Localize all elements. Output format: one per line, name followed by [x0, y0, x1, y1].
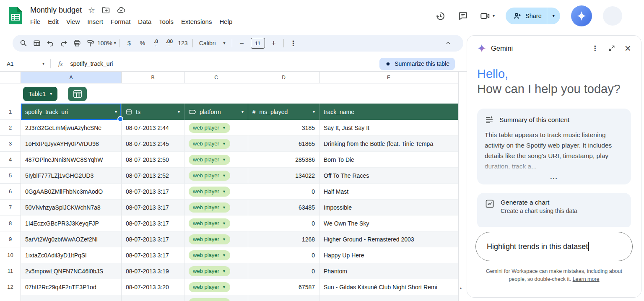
- cell-platform[interactable]: web player▼: [184, 279, 248, 295]
- cell-spotify-track-uri[interactable]: 5arVt2Wg0zbiWwAOZef2Nl: [21, 231, 122, 247]
- cell-spotify-track-uri[interactable]: 1ixtaZc0Adil3yD1ItPqSl: [21, 247, 122, 263]
- redo-button[interactable]: [57, 36, 70, 50]
- cell-ts[interactable]: [122, 295, 184, 301]
- row-number[interactable]: 8: [0, 215, 21, 231]
- cell-track-name[interactable]: Drinking from the Bottle (feat. Tinie Te…: [319, 136, 458, 152]
- summary-card[interactable]: Summary of this content This table appea…: [477, 109, 631, 184]
- header-cell-platform[interactable]: platform ▾: [184, 104, 248, 120]
- cell-ms-played[interactable]: 0: [248, 215, 319, 231]
- print-button[interactable]: [70, 36, 84, 50]
- cell-platform[interactable]: web player▼: [184, 184, 248, 200]
- column-letter-d[interactable]: D: [248, 72, 319, 83]
- cloud-save-status-icon[interactable]: [117, 5, 126, 15]
- increase-decimal-button[interactable]: .00→: [163, 36, 176, 50]
- cell-track-name[interactable]: Half Mast: [319, 184, 458, 200]
- increase-font-size-button[interactable]: +: [267, 36, 280, 50]
- menu-edit[interactable]: Edit: [44, 17, 62, 26]
- comments-button[interactable]: [457, 10, 469, 22]
- row-number[interactable]: 13: [0, 295, 21, 301]
- chevron-down-icon[interactable]: ▾: [178, 109, 180, 114]
- menu-format[interactable]: Format: [107, 17, 135, 26]
- cell-track-name[interactable]: We Own The Sky: [319, 215, 458, 231]
- formula-input[interactable]: spotify_track_uri: [70, 60, 113, 67]
- share-options-caret[interactable]: ▾: [547, 8, 560, 24]
- cell-ts[interactable]: 08-07-2013 3:17: [122, 231, 184, 247]
- summarize-table-button[interactable]: Summarize this table: [379, 58, 455, 70]
- cell-platform[interactable]: web player▼: [184, 120, 248, 136]
- cell-ts[interactable]: 08-07-2013 2:45: [122, 136, 184, 152]
- chevron-down-icon[interactable]: ▾: [115, 109, 117, 114]
- decrease-font-size-button[interactable]: −: [235, 36, 249, 50]
- document-title[interactable]: Monthly budget: [30, 6, 82, 15]
- row-number[interactable]: 3: [0, 136, 21, 152]
- row-number[interactable]: 9: [0, 231, 21, 247]
- platform-chip[interactable]: web player▼: [189, 218, 230, 228]
- cell-spotify-track-uri[interactable]: [21, 295, 122, 301]
- selection-handle[interactable]: [117, 116, 123, 122]
- cell-track-name[interactable]: Born To Die: [319, 152, 458, 168]
- platform-chip[interactable]: web player▼: [189, 155, 230, 165]
- cell-platform[interactable]: web player▼: [184, 263, 248, 279]
- chevron-down-icon[interactable]: ▾: [313, 109, 315, 114]
- font-size-input[interactable]: 11: [251, 38, 265, 49]
- scroll-arrow-icon[interactable]: ▲: [459, 286, 462, 290]
- cell-ts[interactable]: 08-07-2013 3:17: [122, 247, 184, 263]
- collapse-toolbar-button[interactable]: [441, 36, 455, 50]
- cell-spotify-track-uri[interactable]: 07hII2Rc29q4F2nTE3P1od: [21, 279, 122, 295]
- menu-tools[interactable]: Tools: [155, 17, 177, 26]
- sheets-logo-icon[interactable]: [9, 7, 22, 24]
- cell-track-name[interactable]: Phantom: [319, 263, 458, 279]
- platform-chip[interactable]: web player▼: [189, 139, 230, 149]
- cell-ms-played[interactable]: [248, 295, 319, 301]
- cell-track-name[interactable]: Happy Up Here: [319, 247, 458, 263]
- cell-spotify-track-uri[interactable]: 50VNvhzyaSplJCKWchN7a8: [21, 200, 122, 215]
- learn-more-link[interactable]: Learn more: [573, 276, 600, 282]
- cell-ts[interactable]: 08-07-2013 3:17: [122, 200, 184, 215]
- row-number[interactable]: 1: [0, 104, 21, 120]
- paint-format-button[interactable]: [84, 36, 97, 50]
- cell-ms-played[interactable]: 0: [248, 247, 319, 263]
- platform-chip[interactable]: web player▼: [189, 202, 230, 213]
- menu-data[interactable]: Data: [134, 17, 155, 26]
- cell-ts[interactable]: 08-07-2013 2:44: [122, 120, 184, 136]
- header-cell-spotify-track-uri[interactable]: spotify_track_uri ▾: [21, 104, 122, 120]
- star-icon[interactable]: ☆: [88, 6, 95, 14]
- column-letter-c[interactable]: C: [184, 72, 248, 83]
- gemini-prompt-input[interactable]: Highlight trends in this dataset: [475, 232, 633, 261]
- expand-summary-button[interactable]: ...: [485, 173, 623, 180]
- row-number[interactable]: 12: [0, 279, 21, 295]
- cell-track-name[interactable]: [319, 295, 458, 301]
- version-history-button[interactable]: [434, 10, 446, 22]
- cell-track-name[interactable]: Off To The Races: [319, 168, 458, 184]
- panel-more-options-button[interactable]: ⋮: [592, 44, 599, 53]
- chevron-down-icon[interactable]: ▾: [493, 14, 495, 18]
- cell-platform[interactable]: web player▼: [184, 168, 248, 184]
- platform-chip[interactable]: web player▼: [189, 282, 230, 292]
- cell-platform[interactable]: web player▼: [184, 295, 248, 301]
- cell-ms-played[interactable]: 61865: [248, 136, 319, 152]
- format-percent-button[interactable]: %: [136, 36, 149, 50]
- gemini-button[interactable]: [571, 5, 592, 26]
- decrease-decimal-button[interactable]: .0←: [149, 36, 163, 50]
- row-number[interactable]: 4: [0, 152, 21, 168]
- format-currency-button[interactable]: $: [122, 36, 136, 50]
- cell-platform[interactable]: web player▼: [184, 215, 248, 231]
- chevron-down-icon[interactable]: ▾: [50, 92, 52, 96]
- cell-track-name[interactable]: Say It, Just Say It: [319, 120, 458, 136]
- cell-track-name[interactable]: Sun - Gildas Kitsuně Club Night Short Re…: [319, 279, 458, 295]
- cell-ts[interactable]: 08-07-2013 3:20: [122, 279, 184, 295]
- menu-extensions[interactable]: Extensions: [177, 17, 216, 26]
- more-formats-button[interactable]: 123: [176, 36, 190, 50]
- row-number[interactable]: 10: [0, 247, 21, 263]
- platform-chip[interactable]: web player▼: [189, 171, 230, 181]
- platform-chip[interactable]: web player▼: [189, 298, 230, 301]
- column-letter-b[interactable]: B: [122, 72, 184, 83]
- platform-chip[interactable]: web player▼: [189, 250, 230, 260]
- cell-ts[interactable]: 08-07-2013 2:52: [122, 168, 184, 184]
- cell-platform[interactable]: web player▼: [184, 200, 248, 215]
- vertical-scrollbar[interactable]: ▲: [458, 72, 463, 301]
- cell-ms-played[interactable]: 3185: [248, 120, 319, 136]
- font-selector[interactable]: Calibri ▾: [196, 36, 229, 50]
- column-letter-a[interactable]: A: [21, 72, 122, 83]
- meet-button[interactable]: ▾: [480, 10, 495, 21]
